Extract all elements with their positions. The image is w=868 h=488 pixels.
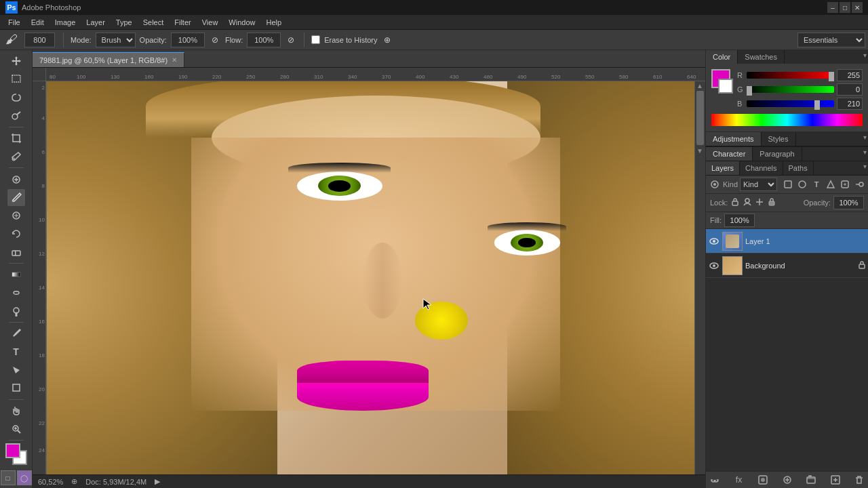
tab-paragraph[interactable]: Paragraph — [753, 147, 802, 161]
color-spectrum-bar[interactable] — [711, 114, 863, 126]
shape-filter-btn[interactable] — [825, 178, 837, 190]
menu-edit[interactable]: Edit — [26, 17, 50, 28]
r-input[interactable] — [837, 69, 863, 81]
menu-help[interactable]: Help — [260, 17, 287, 28]
lock-image-btn[interactable] — [743, 197, 752, 209]
layers-panel-collapse[interactable]: ▾ — [862, 161, 868, 175]
status-icon[interactable]: ⊕ — [71, 477, 77, 486]
brush-preset-picker[interactable]: 🖌 — [3, 31, 20, 48]
flow-input[interactable] — [247, 33, 281, 47]
photo-canvas[interactable] — [47, 81, 705, 488]
eraser-tool[interactable] — [7, 243, 25, 260]
opacity-input[interactable] — [171, 33, 205, 47]
close-button[interactable]: ✕ — [852, 2, 863, 13]
tab-swatches[interactable]: Swatches — [738, 50, 785, 64]
lock-transparency-btn[interactable] — [730, 197, 740, 209]
history-brush-tool[interactable] — [7, 225, 25, 242]
layer-kind-select[interactable]: Kind — [740, 178, 777, 191]
tab-character[interactable]: Character — [706, 147, 753, 161]
fill-value-input[interactable] — [724, 214, 755, 227]
crop-tool[interactable] — [7, 130, 25, 147]
path-select-tool[interactable] — [7, 361, 25, 378]
zoom-tool[interactable] — [7, 420, 25, 437]
lock-position-btn[interactable] — [755, 197, 764, 209]
char-panel-collapse[interactable]: ▾ — [862, 147, 868, 161]
dodge-tool[interactable] — [7, 302, 25, 319]
type-filter-btn[interactable]: T — [810, 178, 823, 190]
brush-settings-btn[interactable]: ⊕ — [381, 34, 393, 46]
canvas-container[interactable] — [46, 81, 705, 488]
lasso-tool[interactable] — [7, 89, 25, 106]
scroll-down-arrow[interactable]: ▼ — [695, 146, 705, 156]
pixel-filter-btn[interactable] — [782, 178, 794, 190]
new-layer-btn[interactable] — [829, 474, 842, 486]
opacity-value-input[interactable] — [833, 196, 864, 209]
menu-layer[interactable]: Layer — [81, 17, 111, 28]
tab-channels[interactable]: Channels — [740, 161, 783, 175]
smart-filter-btn[interactable] — [839, 178, 851, 190]
tab-color[interactable]: Color — [706, 50, 738, 64]
vertical-scroll-thumb[interactable] — [696, 91, 704, 145]
workspace-select[interactable]: Essentials — [797, 33, 865, 47]
opacity-pressure-btn[interactable]: ⊘ — [209, 34, 221, 46]
gradient-tool[interactable] — [7, 266, 25, 283]
menu-filter[interactable]: Filter — [169, 17, 196, 28]
quick-select-tool[interactable] — [7, 107, 25, 124]
menu-image[interactable]: Image — [50, 17, 81, 28]
g-slider[interactable] — [747, 86, 834, 93]
scroll-up-arrow[interactable]: ▲ — [695, 81, 705, 91]
menu-window[interactable]: Window — [223, 17, 260, 28]
menu-file[interactable]: File — [3, 17, 26, 28]
layer-filter-toggle[interactable] — [853, 178, 865, 190]
menu-select[interactable]: Select — [138, 17, 170, 28]
hand-tool[interactable] — [7, 403, 25, 420]
quick-mask-btn[interactable]: ◯ — [17, 470, 32, 485]
delete-layer-btn[interactable] — [853, 474, 865, 486]
erase-to-history-checkbox[interactable] — [311, 35, 320, 44]
status-arrow[interactable]: ▶ — [155, 477, 160, 486]
brush-size-input[interactable] — [24, 33, 55, 47]
new-fill-adjustment-btn[interactable] — [781, 474, 793, 486]
add-mask-btn[interactable] — [757, 474, 769, 486]
clone-stamp-tool[interactable] — [7, 207, 25, 224]
tab-styles[interactable]: Styles — [762, 132, 796, 146]
blur-tool[interactable] — [7, 284, 25, 301]
pen-tool[interactable] — [7, 325, 25, 342]
brush-mode-select[interactable]: Brush — [96, 33, 136, 47]
tab-paths[interactable]: Paths — [783, 161, 814, 175]
background-visibility-eye[interactable] — [709, 260, 719, 271]
b-input[interactable] — [837, 98, 863, 110]
adjustment-filter-btn[interactable] — [796, 178, 808, 190]
brush-tool[interactable] — [7, 189, 25, 206]
bg-color-swatch[interactable] — [718, 79, 733, 94]
adj-panel-collapse[interactable]: ▾ — [862, 132, 868, 146]
link-layers-btn[interactable] — [709, 474, 721, 486]
layer-row-layer1[interactable]: Layer 1 — [706, 229, 868, 253]
layer-row-background[interactable]: Background — [706, 253, 868, 278]
document-tab[interactable]: 79881.jpg @ 60,5% (Layer 1, RGB/8#) ✕ — [33, 52, 184, 67]
lock-all-btn[interactable] — [767, 197, 776, 209]
minimize-button[interactable]: – — [827, 2, 838, 13]
foreground-color-swatch[interactable] — [5, 443, 20, 458]
maximize-button[interactable]: □ — [840, 2, 850, 13]
new-group-btn[interactable] — [805, 474, 817, 486]
tab-layers[interactable]: Layers — [706, 161, 740, 175]
b-slider[interactable] — [747, 100, 834, 107]
shape-tool[interactable] — [7, 380, 25, 396]
menu-view[interactable]: View — [197, 17, 224, 28]
layer1-visibility-eye[interactable] — [709, 236, 719, 247]
document-tab-close[interactable]: ✕ — [172, 56, 177, 64]
r-slider[interactable] — [747, 72, 834, 79]
standard-mode-btn[interactable]: □ — [1, 470, 16, 485]
color-panel-collapse[interactable]: ▾ — [862, 50, 868, 64]
flow-pressure-btn[interactable]: ⊘ — [285, 34, 297, 46]
menu-type[interactable]: Type — [111, 17, 138, 28]
text-tool[interactable]: T — [7, 344, 25, 361]
vertical-scrollbar[interactable]: ▲ ▼ — [694, 81, 705, 477]
marquee-tool[interactable] — [7, 71, 25, 88]
eyedropper-tool[interactable] — [7, 148, 25, 165]
spot-heal-tool[interactable] — [7, 171, 25, 188]
move-tool[interactable] — [7, 53, 25, 70]
add-layer-style-btn[interactable]: fx — [733, 474, 745, 486]
tab-adjustments[interactable]: Adjustments — [706, 132, 762, 146]
